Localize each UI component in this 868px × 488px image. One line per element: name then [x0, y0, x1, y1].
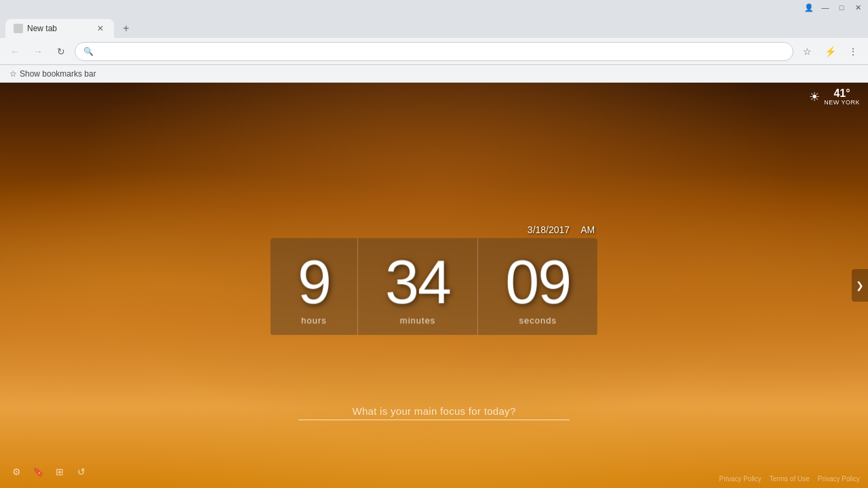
new-tab-button[interactable]: + — [117, 19, 136, 38]
footer-privacy-link[interactable]: Privacy Policy — [719, 475, 762, 483]
seconds-segment: 09 seconds — [477, 238, 597, 335]
nav-bar: ← → ↻ 🔍 ☆ ⚡ ⋮ — [0, 38, 868, 65]
clock-digits: 9 hours 34 minutes 09 seconds — [271, 238, 597, 335]
bottom-icons-bar: ⚙ 🔖 ⊞ ↺ — [8, 464, 90, 480]
focus-input[interactable] — [298, 403, 570, 420]
focus-container — [298, 403, 570, 420]
forward-button[interactable]: → — [28, 42, 47, 61]
ampm-display: AM — [580, 224, 595, 235]
weather-city: NEW YORK — [824, 99, 860, 106]
title-bar-controls: 👤 — □ ✕ — [802, 2, 865, 13]
bookmarks-bar: ☆ Show bookmarks bar — [0, 65, 868, 83]
bookmarks-toggle[interactable]: ☆ Show bookmarks bar — [5, 68, 100, 80]
bookmark-star-icon: ☆ — [9, 69, 17, 79]
active-tab[interactable]: New tab ✕ — [5, 19, 114, 38]
hours-segment: 9 hours — [271, 238, 357, 335]
bookmark-icon[interactable]: 🔖 — [30, 464, 46, 480]
profile-button[interactable]: 👤 — [802, 2, 816, 13]
reload-button[interactable]: ↻ — [52, 42, 71, 61]
footer-links: Privacy Policy Terms of Use Privacy Poli… — [719, 475, 860, 483]
footer-privacy-link-2[interactable]: Privacy Policy — [818, 475, 860, 483]
clock-widget: 3/18/2017 AM 9 hours 34 minutes 09 secon… — [271, 224, 597, 335]
hours-label: hours — [301, 315, 327, 325]
minutes-label: minutes — [400, 315, 436, 325]
seconds-label: seconds — [519, 315, 556, 325]
weather-icon: ☀ — [809, 89, 820, 104]
hours-value: 9 — [298, 251, 330, 312]
tab-close-button[interactable]: ✕ — [95, 23, 106, 34]
menu-button[interactable]: ⋮ — [844, 42, 863, 61]
settings-icon[interactable]: ⚙ — [8, 464, 24, 480]
seconds-value: 09 — [505, 251, 570, 312]
apps-icon[interactable]: ⊞ — [52, 464, 68, 480]
minutes-value: 34 — [385, 251, 450, 312]
weather-temperature: 41° — [824, 88, 860, 99]
bookmarks-toggle-label: Show bookmarks bar — [20, 69, 96, 79]
right-arrow-button[interactable]: ❯ — [852, 269, 868, 302]
date-ampm-row: 3/18/2017 AM — [528, 224, 597, 235]
minutes-segment: 34 minutes — [357, 238, 477, 335]
star-button[interactable]: ☆ — [797, 42, 816, 61]
refresh-icon[interactable]: ↺ — [73, 464, 90, 480]
browser-frame: 👤 — □ ✕ New tab ✕ + ← → ↻ 🔍 — [0, 0, 868, 488]
date-display: 3/18/2017 — [528, 224, 570, 235]
restore-button[interactable]: □ — [834, 2, 849, 13]
address-search-icon: 🔍 — [83, 47, 94, 56]
title-bar: 👤 — □ ✕ — [0, 0, 868, 15]
tab-title: New tab — [27, 24, 57, 33]
tab-favicon — [14, 24, 23, 33]
weather-widget: ☀ 41° NEW YORK — [809, 88, 860, 106]
extension-button[interactable]: ⚡ — [821, 42, 840, 61]
footer-terms-link[interactable]: Terms of Use — [770, 475, 810, 483]
close-button[interactable]: ✕ — [850, 2, 865, 13]
back-button[interactable]: ← — [5, 42, 24, 61]
address-bar[interactable]: 🔍 — [75, 42, 793, 61]
tab-bar: New tab ✕ + — [0, 15, 868, 38]
weather-info: 41° NEW YORK — [824, 88, 860, 106]
minimize-button[interactable]: — — [818, 2, 833, 13]
content-area: ☀ 41° NEW YORK 3/18/2017 AM 9 hours 34 m… — [0, 83, 868, 488]
